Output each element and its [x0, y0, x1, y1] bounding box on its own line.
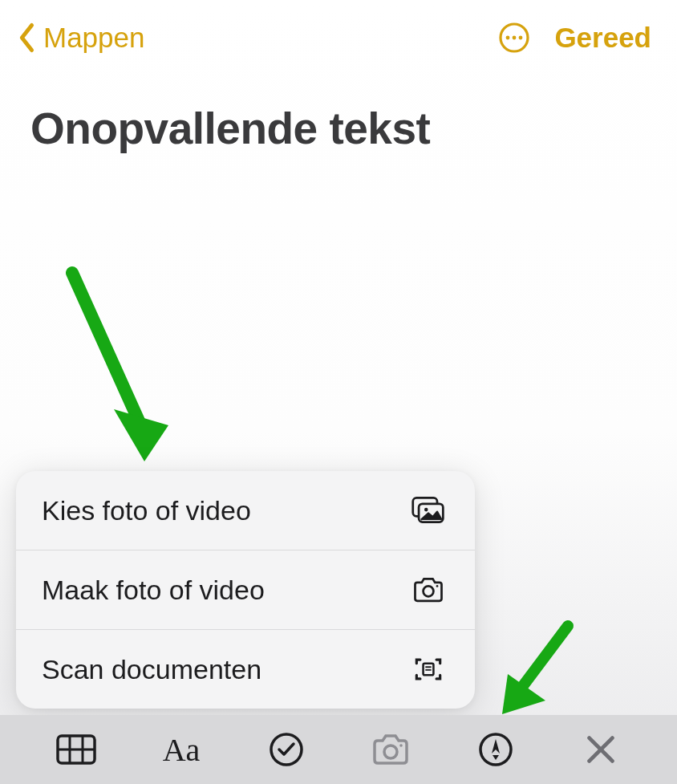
scan-document-icon — [409, 653, 448, 685]
format-toolbar: Aa — [0, 715, 677, 784]
back-label: Mappen — [43, 22, 144, 54]
menu-item-label: Kies foto of video — [42, 495, 251, 526]
menu-item-scan-documents[interactable]: Scan documenten — [16, 629, 475, 709]
close-icon — [580, 730, 622, 769]
svg-point-9 — [424, 586, 434, 596]
camera-icon — [409, 574, 448, 606]
note-title: Onopvallende tekst — [30, 103, 647, 154]
attachment-popup-menu: Kies foto of video Maak foto of video Sc… — [16, 471, 475, 709]
svg-point-8 — [424, 508, 428, 512]
markup-icon — [475, 730, 517, 769]
menu-item-choose-photo[interactable]: Kies foto of video — [16, 471, 475, 550]
checklist-button[interactable] — [250, 725, 322, 774]
close-button[interactable] — [565, 725, 637, 774]
svg-point-1 — [506, 36, 510, 40]
svg-marker-15 — [502, 674, 545, 714]
menu-item-label: Scan documenten — [42, 654, 261, 685]
camera-icon — [370, 730, 411, 769]
svg-point-2 — [513, 36, 517, 40]
header-actions: Gereed — [497, 20, 651, 55]
text-format-icon: Aa — [163, 731, 201, 769]
svg-point-3 — [519, 36, 523, 40]
markup-button[interactable] — [460, 725, 532, 774]
annotation-arrow — [488, 614, 584, 726]
svg-point-10 — [436, 585, 439, 587]
svg-point-21 — [384, 745, 397, 758]
table-button[interactable] — [40, 725, 112, 774]
checklist-icon — [266, 730, 307, 769]
text-format-button[interactable]: Aa — [145, 725, 217, 774]
svg-line-14 — [520, 626, 568, 690]
table-icon — [55, 730, 97, 769]
chevron-left-icon — [13, 22, 42, 54]
ellipsis-circle-icon — [498, 22, 530, 54]
menu-item-take-photo[interactable]: Maak foto of video — [16, 550, 475, 629]
svg-point-22 — [399, 744, 403, 747]
note-content[interactable]: Onopvallende tekst — [0, 61, 677, 154]
menu-item-label: Maak foto of video — [42, 575, 265, 606]
annotation-arrow — [48, 257, 193, 465]
back-button[interactable]: Mappen — [13, 22, 144, 54]
done-button[interactable]: Gereed — [554, 22, 651, 54]
header: Mappen Gereed — [0, 0, 677, 61]
svg-line-4 — [72, 273, 144, 433]
photo-library-icon — [409, 494, 448, 526]
camera-button[interactable] — [355, 725, 427, 774]
svg-point-20 — [271, 734, 302, 765]
svg-marker-5 — [114, 409, 168, 461]
more-button[interactable] — [497, 20, 532, 55]
